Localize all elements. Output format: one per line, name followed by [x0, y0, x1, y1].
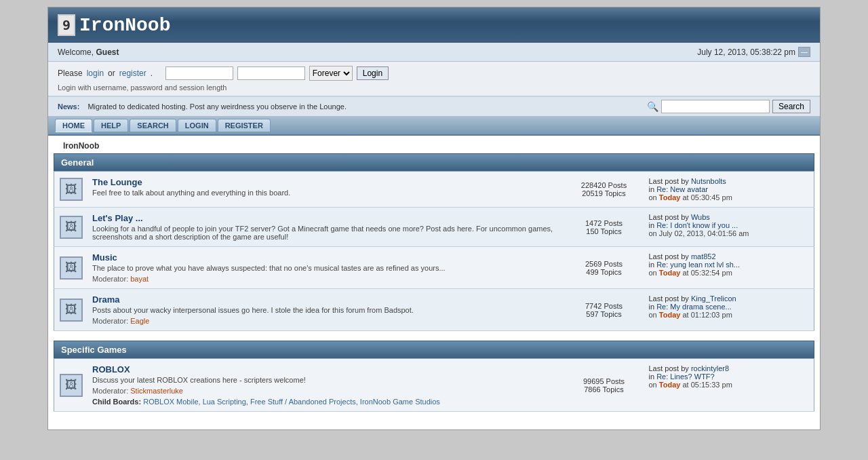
register-link[interactable]: register: [119, 69, 146, 78]
nav-login[interactable]: LOGIN: [178, 119, 216, 132]
table-row: 🖼 ROBLOX Discuss your latest ROBLOX crea…: [54, 359, 814, 412]
lastpost-topic[interactable]: Re: New avatar: [656, 185, 708, 193]
forum-icon: 🖼: [60, 256, 83, 280]
lastpost-user[interactable]: rockintyler8: [691, 364, 729, 372]
lastpost-date[interactable]: Today: [659, 381, 681, 389]
forum-icon: 🖼: [60, 216, 83, 239]
login-link[interactable]: login: [87, 69, 104, 78]
forum-moderator: Moderator: Stickmasterluke: [92, 387, 559, 395]
forum-stats: 2569 Posts499 Topics: [564, 247, 645, 289]
child-board-link[interactable]: IronNoob Game Studios: [360, 398, 440, 406]
nav-search[interactable]: SEARCH: [130, 119, 176, 132]
search-button[interactable]: Search: [772, 100, 810, 113]
forum-name[interactable]: ROBLOX: [92, 364, 130, 375]
moderator-link[interactable]: bayat: [130, 275, 149, 283]
breadcrumb: IronNoob: [54, 136, 814, 153]
forum-lastpost: Last post by King_Trelicon in Re: My dra…: [645, 289, 814, 331]
forum-lastpost: Last post by rockintyler8 in Re: Lines? …: [645, 359, 814, 412]
forum-lastpost: Last post by Wubs in Re: I don't know if…: [645, 208, 814, 247]
forum-stats: 1472 Posts150 Topics: [564, 208, 645, 247]
forum-stats: 99695 Posts7866 Topics: [564, 359, 645, 412]
login-prompt: Please: [58, 69, 83, 78]
search-icon: 🔍: [648, 101, 658, 112]
section-header-specific-games: Specific Games: [54, 341, 814, 358]
forum-stats: 228420 Posts20519 Topics: [564, 172, 645, 208]
news-message: Migrated to dedicated hosting. Post any …: [87, 102, 347, 111]
username-input[interactable]: [165, 66, 233, 80]
search-input[interactable]: [661, 100, 770, 113]
forum-desc: Discuss your latest ROBLOX creations her…: [92, 376, 559, 384]
forum-icon-img: 🖼: [65, 378, 77, 392]
forum-name[interactable]: Drama: [92, 294, 119, 305]
lastpost-topic[interactable]: Re: My drama scene...: [656, 303, 732, 311]
section-specific-games: Specific Games 🖼 ROBLOX Discuss your lat…: [54, 341, 814, 412]
forum-icon: 🖼: [60, 178, 83, 201]
nav-help[interactable]: HELP: [94, 119, 128, 132]
lastpost-user[interactable]: King_Trelicon: [691, 294, 736, 303]
forum-desc: Posts about your wacky interpersonal iss…: [92, 306, 559, 314]
forum-icon: 🖼: [60, 299, 83, 322]
moderator-link[interactable]: Stickmasterluke: [130, 387, 183, 395]
forum-icon-img: 🖼: [65, 220, 77, 234]
lastpost-date[interactable]: Today: [659, 311, 681, 319]
table-row: 🖼 Music The place to prove what you have…: [54, 247, 814, 289]
moderator-link[interactable]: Eagle: [130, 317, 149, 325]
forum-moderator: Moderator: Eagle: [92, 317, 559, 325]
table-row: 🖼 Drama Posts about your wacky interpers…: [54, 289, 814, 331]
news-label: News:: [58, 102, 79, 111]
username: Guest: [96, 47, 119, 57]
password-input[interactable]: [237, 66, 305, 80]
logo-icon: 9: [58, 14, 75, 36]
lastpost-user[interactable]: Wubs: [691, 213, 710, 221]
lastpost-user[interactable]: Nutsnbolts: [691, 177, 726, 185]
section-header-general: General: [54, 153, 814, 171]
lastpost-topic[interactable]: Re: yung lean nxt lvl sh...: [656, 261, 740, 269]
forum-lastpost: Last post by Nutsnbolts in Re: New avata…: [645, 172, 814, 208]
forum-lastpost: Last post by mat852 in Re: yung lean nxt…: [645, 247, 814, 289]
child-board-link[interactable]: ROBLOX Mobile: [143, 398, 198, 406]
session-select[interactable]: Forever: [309, 66, 353, 81]
lastpost-date[interactable]: Today: [659, 193, 681, 202]
forum-icon-img: 🖼: [65, 183, 77, 197]
login-note: Login with username, password and sessio…: [58, 83, 810, 92]
login-button[interactable]: Login: [357, 66, 389, 80]
forum-stats: 7742 Posts597 Topics: [564, 289, 645, 331]
lastpost-topic[interactable]: Re: I don't know if you ...: [656, 221, 738, 229]
table-row: 🖼 The Lounge Feel free to talk about any…: [54, 172, 814, 208]
lastpost-date[interactable]: Today: [659, 269, 681, 277]
forum-icon-img: 🖼: [65, 303, 77, 317]
child-board-link[interactable]: Lua Scripting: [203, 398, 246, 406]
table-row: 🖼 Let's Play ... Looking for a handful o…: [54, 208, 814, 247]
nav-home[interactable]: HOME: [55, 119, 92, 132]
forum-desc: The place to prove what you have always …: [92, 264, 559, 272]
forum-name[interactable]: Music: [92, 252, 117, 263]
site-logo[interactable]: 9 IronNoob: [58, 14, 170, 36]
lastpost-topic[interactable]: Re: Lines? WTF?: [656, 372, 715, 381]
period: .: [151, 69, 153, 78]
lastpost-user[interactable]: mat852: [691, 252, 716, 261]
nav-register[interactable]: REGISTER: [218, 119, 271, 132]
shrink-button[interactable]: —: [798, 47, 810, 57]
child-boards: Child Boards: ROBLOX Mobile, Lua Scripti…: [92, 398, 559, 406]
forum-desc: Feel free to talk about anything and eve…: [92, 189, 559, 197]
child-board-link[interactable]: Free Stuff / Abandoned Projects: [250, 398, 356, 406]
forum-name[interactable]: The Lounge: [92, 177, 142, 187]
forum-desc: Looking for a handful of people to join …: [92, 225, 559, 241]
forum-icon: 🖼: [60, 374, 83, 397]
or-label: or: [108, 69, 115, 78]
datetime: July 12, 2013, 05:38:22 pm: [697, 47, 795, 57]
forum-icon-img: 🖼: [65, 261, 77, 275]
logo-text: IronNoob: [79, 15, 170, 36]
forum-moderator: Moderator: bayat: [92, 275, 559, 283]
welcome-text: Welcome, Guest: [58, 47, 119, 57]
forum-name[interactable]: Let's Play ...: [92, 213, 143, 223]
section-general: General 🖼 The Lounge Feel free to talk a…: [54, 153, 814, 331]
